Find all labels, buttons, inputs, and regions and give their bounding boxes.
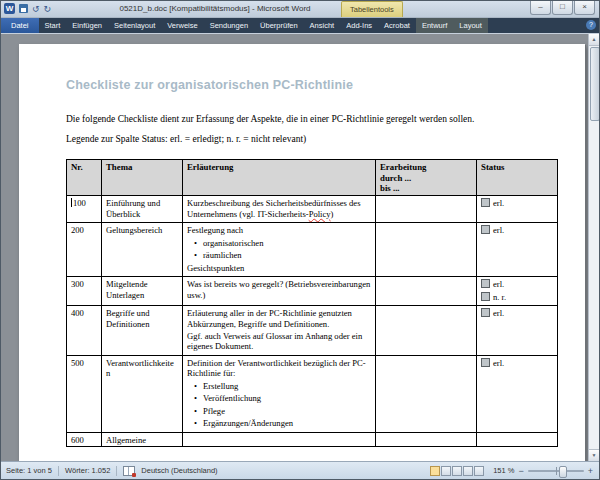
undo-icon[interactable]: ↺: [32, 4, 40, 14]
bullet-icon: •: [194, 393, 197, 403]
cell-nr[interactable]: 500: [67, 355, 102, 432]
zoom-slider-thumb[interactable]: [559, 466, 567, 478]
redo-icon[interactable]: ↻: [44, 4, 52, 14]
ribbon-tab[interactable]: Ansicht: [304, 18, 341, 33]
vertical-scrollbar[interactable]: ▲ ▼: [588, 34, 599, 461]
contextual-ribbon-tab[interactable]: Entwurf: [416, 18, 453, 33]
view-print-layout-button[interactable]: [430, 466, 440, 476]
save-icon[interactable]: [19, 4, 28, 13]
cell-paragraph: Erläuterung aller in der PC-Richtlinie g…: [187, 308, 371, 329]
word-count[interactable]: Wörter: 1.052: [65, 466, 110, 475]
cell-nr[interactable]: 400: [67, 306, 102, 356]
view-fullscreen-reading-button[interactable]: [441, 466, 451, 476]
bullet-icon: •: [194, 406, 197, 416]
zoom-slider[interactable]: [528, 470, 584, 472]
cell-thema[interactable]: Verantwortlichkeiten: [102, 355, 183, 432]
document-area: Checkliste zur organisatorischen PC-Rich…: [1, 34, 599, 461]
cell-erarbeitung[interactable]: [376, 355, 477, 432]
cell-erarbeitung[interactable]: [376, 277, 477, 306]
bullet-item: •Pflege: [187, 406, 371, 416]
cell-nr[interactable]: 200: [67, 223, 102, 277]
status-item: erl.: [481, 308, 553, 318]
proofing-status-icon[interactable]: [123, 466, 135, 476]
cell-erarbeitung[interactable]: [376, 306, 477, 356]
cell-erarbeitung[interactable]: [376, 196, 477, 223]
status-separator: [116, 466, 117, 476]
status-bar: Seite: 1 von 5 Wörter: 1.052 Deutsch (De…: [1, 461, 599, 479]
view-web-layout-button[interactable]: [452, 466, 462, 476]
ribbon-tab[interactable]: Sendungen: [204, 18, 254, 33]
status-checkbox[interactable]: [481, 292, 490, 301]
scroll-up-icon[interactable]: ▲: [589, 34, 599, 46]
col-header-status: Status: [477, 160, 558, 196]
cell-erlaeuterung[interactable]: Festlegung nach•organisatorischen•räumli…: [183, 223, 376, 277]
cell-erlaeuterung[interactable]: [183, 432, 376, 446]
status-item: erl.: [481, 198, 553, 208]
cell-erlaeuterung[interactable]: Was ist bereits wo geregelt? (Betriebsve…: [183, 277, 376, 306]
language-indicator[interactable]: Deutsch (Deutschland): [141, 466, 217, 475]
close-button[interactable]: ×: [574, 1, 595, 15]
cell-erlaeuterung[interactable]: Kurzbeschreibung des Sicherheitsbedürfni…: [183, 196, 376, 223]
word-logo-icon[interactable]: W: [4, 3, 15, 14]
cell-thema[interactable]: Allgemeine: [102, 432, 183, 446]
maximize-button[interactable]: □: [552, 1, 573, 15]
scroll-down-icon[interactable]: ▼: [589, 449, 599, 461]
cell-erlaeuterung[interactable]: Definition der Verantwortlichkeit bezügl…: [183, 355, 376, 432]
ribbon-tab[interactable]: Seitenlayout: [108, 18, 161, 33]
cell-thema[interactable]: Geltungsbereich: [102, 223, 183, 277]
contextual-ribbon-tab[interactable]: Layout: [453, 18, 488, 33]
text-cursor: [71, 198, 72, 207]
cell-nr[interactable]: 300: [67, 277, 102, 306]
status-checkbox[interactable]: [481, 358, 490, 367]
bullet-icon: •: [194, 381, 197, 391]
zoom-slider-notch: [556, 467, 557, 475]
ribbon-tab[interactable]: Einfügen: [66, 18, 108, 33]
cell-thema[interactable]: Begriffe und Definitionen: [102, 306, 183, 356]
status-checkbox[interactable]: [481, 279, 490, 288]
ribbon-tab[interactable]: Verweise: [161, 18, 203, 33]
contextual-tab-group-label[interactable]: Tabellentools: [341, 1, 403, 17]
contextual-tabs: EntwurfLayout: [416, 18, 488, 33]
minimize-button[interactable]: –: [530, 1, 551, 15]
bullet-icon: •: [194, 238, 197, 248]
table-row: 600Allgemeine: [67, 432, 558, 446]
scrollbar-thumb[interactable]: [590, 47, 599, 121]
zoom-level[interactable]: 151 %: [493, 466, 514, 475]
cell-paragraph: Definition der Verantwortlichkeit bezügl…: [187, 358, 371, 379]
bullet-item: •Erstellung: [187, 381, 371, 391]
status-separator: [58, 466, 59, 476]
table-row: 200GeltungsbereichFestlegung nach•organi…: [67, 223, 558, 277]
status-item: erl.: [481, 358, 553, 368]
status-checkbox[interactable]: [481, 308, 490, 317]
spellcheck-marked-word: Policy: [309, 209, 331, 219]
col-header-erlaeuterung: Erläuterung: [183, 160, 376, 196]
cell-paragraph: Ggf. auch Verweis auf Glossar im Anhang …: [187, 331, 371, 352]
cell-thema[interactable]: Einführung und Überblick: [102, 196, 183, 223]
cell-status: erl.: [477, 223, 558, 277]
file-tab[interactable]: Datei: [1, 18, 39, 33]
zoom-out-button[interactable]: −: [518, 466, 523, 476]
ribbon-tab[interactable]: Acrobat: [378, 18, 416, 33]
cell-nr[interactable]: 600: [67, 432, 102, 446]
help-icon[interactable]: ?: [586, 20, 596, 30]
title-bar: W ↺ ↻ 0521D_b.doc [Kompatibilitätsmodus]…: [1, 1, 599, 18]
ribbon-tab[interactable]: Add-Ins: [340, 18, 378, 33]
view-outline-button[interactable]: [463, 466, 473, 476]
ribbon-tab[interactable]: Start: [39, 18, 67, 33]
status-checkbox[interactable]: [481, 198, 490, 207]
document-page[interactable]: Checkliste zur organisatorischen PC-Rich…: [19, 44, 585, 461]
status-checkbox[interactable]: [481, 225, 490, 234]
cell-nr[interactable]: 100: [67, 196, 102, 223]
cell-erlaeuterung[interactable]: Erläuterung aller in der PC-Richtlinie g…: [183, 306, 376, 356]
zoom-in-button[interactable]: +: [588, 466, 593, 476]
word-window: W ↺ ↻ 0521D_b.doc [Kompatibilitätsmodus]…: [0, 0, 600, 480]
cell-thema[interactable]: Mitgeltende Unterlagen: [102, 277, 183, 306]
ribbon-tab[interactable]: Überprüfen: [254, 18, 304, 33]
page-indicator[interactable]: Seite: 1 von 5: [6, 466, 52, 475]
document-heading: Checkliste zur organisatorischen PC-Rich…: [66, 78, 557, 92]
cell-erarbeitung[interactable]: [376, 432, 477, 446]
view-draft-button[interactable]: [474, 466, 484, 476]
table-row: 100Einführung und ÜberblickKurzbeschreib…: [67, 196, 558, 223]
status-item: erl.: [481, 225, 553, 235]
cell-erarbeitung[interactable]: [376, 223, 477, 277]
